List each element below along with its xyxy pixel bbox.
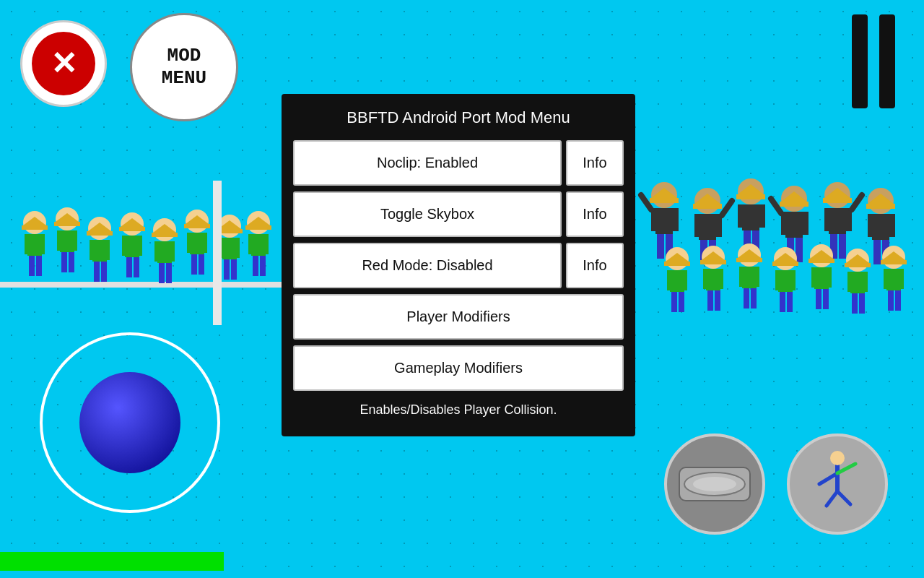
svg-line-108 [852,195,862,210]
svg-rect-4 [39,234,45,254]
svg-marker-155 [810,250,833,259]
svg-rect-67 [651,208,658,231]
svg-line-99 [771,199,781,213]
svg-rect-143 [775,270,781,290]
svg-rect-69 [657,234,664,259]
pause-button[interactable] [852,14,895,108]
svg-rect-48 [184,224,210,228]
svg-point-157 [846,249,869,272]
action-button[interactable] [787,434,888,535]
svg-rect-166 [886,269,901,290]
svg-rect-60 [263,234,269,254]
svg-rect-138 [751,288,757,309]
svg-rect-24 [87,231,113,236]
svg-rect-28 [136,236,142,256]
svg-rect-132 [700,260,726,264]
rearview-button[interactable] [664,434,765,535]
svg-rect-93 [781,212,788,235]
svg-rect-36 [169,241,175,262]
svg-rect-169 [888,290,894,311]
svg-marker-80 [694,194,720,204]
panel-title: BBFTD Android Port Mod Menu [293,108,624,127]
svg-rect-0 [0,282,289,288]
noclip-info-button[interactable]: Info [566,140,624,186]
svg-marker-115 [868,194,894,204]
svg-line-177 [819,473,837,484]
svg-rect-6 [36,256,42,276]
skybox-info-button[interactable]: Info [566,191,624,237]
svg-point-100 [824,182,850,208]
svg-point-117 [666,247,689,270]
svg-marker-89 [738,184,764,194]
svg-rect-16 [54,222,80,226]
svg-rect-2 [27,234,42,256]
svg-rect-75 [699,214,716,240]
svg-point-41 [186,210,209,233]
svg-point-133 [738,243,761,267]
svg-rect-162 [859,293,865,314]
svg-marker-15 [56,213,79,222]
gameplay-modifiers-button[interactable]: Gameplay Modifiers [293,345,624,391]
svg-point-1 [23,211,46,234]
svg-rect-140 [736,258,762,262]
close-button[interactable] [20,20,107,107]
svg-rect-18 [92,240,107,262]
svg-rect-128 [718,269,723,289]
svg-rect-113 [873,240,881,264]
player-modifiers-button[interactable]: Player Modifiers [293,294,624,340]
mod-menu-button[interactable]: MOD MENU [130,13,238,121]
svg-rect-173 [213,181,222,325]
svg-rect-11 [57,230,63,251]
svg-rect-164 [845,263,871,267]
svg-rect-103 [845,208,852,231]
svg-rect-64 [245,225,271,230]
svg-rect-102 [824,208,832,231]
svg-point-17 [88,217,111,240]
svg-rect-92 [785,212,803,238]
skybox-button[interactable]: Toggle Skybox [293,191,562,237]
svg-rect-142 [778,270,793,292]
svg-marker-31 [121,218,144,227]
svg-rect-98 [780,202,808,207]
svg-rect-22 [101,262,107,282]
noclip-button[interactable]: Noclip: Enabled [293,140,562,186]
svg-rect-119 [667,270,673,290]
svg-marker-23 [88,223,111,231]
svg-rect-126 [706,269,720,290]
svg-rect-68 [671,208,679,231]
svg-rect-160 [862,272,868,292]
svg-rect-120 [681,270,687,290]
svg-line-180 [837,491,850,504]
svg-point-91 [781,186,807,212]
svg-rect-114 [882,240,889,264]
svg-rect-50 [222,238,237,259]
svg-marker-97 [781,191,807,202]
svg-line-73 [641,195,651,210]
svg-rect-111 [868,214,875,237]
svg-point-25 [121,212,144,236]
joystick-circle[interactable] [40,332,220,513]
svg-point-9 [56,207,79,230]
svg-point-149 [810,244,833,267]
svg-marker-139 [738,249,761,258]
svg-rect-172 [881,260,907,264]
svg-rect-54 [231,259,237,280]
svg-marker-163 [846,254,869,263]
rearview-svg [682,470,747,499]
svg-rect-94 [801,212,808,235]
mod-description: Enables/Disables Player Collision. [293,401,624,419]
svg-point-125 [702,246,725,269]
svg-rect-21 [94,262,100,282]
svg-line-178 [837,464,855,473]
svg-rect-158 [850,272,865,293]
svg-rect-135 [739,267,745,287]
svg-rect-72 [650,198,679,203]
svg-point-49 [218,215,241,238]
svg-marker-131 [702,251,725,260]
svg-point-65 [651,182,677,208]
svg-rect-136 [754,267,759,287]
close-icon [32,32,95,95]
redmode-info-button[interactable]: Info [566,243,624,288]
player-modifiers-row: Player Modifiers [293,294,624,340]
redmode-button[interactable]: Red Mode: Disabled [293,243,562,288]
